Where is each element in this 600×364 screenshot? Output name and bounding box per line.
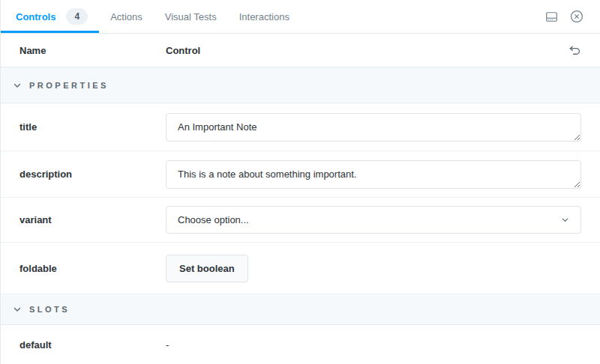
reset-controls-button[interactable] — [568, 43, 581, 57]
controls-count-badge: 4 — [66, 8, 88, 25]
table-row-title: title An Important Note — [1, 103, 600, 151]
panel-position-button[interactable] — [544, 10, 558, 23]
close-panel-button[interactable] — [570, 10, 584, 23]
tab-actions-label: Actions — [110, 11, 142, 22]
arg-name-title: title — [1, 121, 166, 133]
arg-name-description: description — [1, 169, 166, 180]
variant-select-placeholder: Choose option... — [178, 214, 249, 225]
tab-controls[interactable]: Controls 4 — [1, 0, 99, 33]
chevron-down-icon — [13, 305, 22, 314]
tab-visual-tests[interactable]: Visual Tests — [154, 0, 228, 33]
section-slots-label: SLOTS — [29, 305, 70, 314]
close-icon — [570, 10, 584, 23]
chevron-down-icon — [13, 81, 22, 90]
name-column-header: Name — [1, 45, 166, 56]
args-table-header: Name Control — [1, 34, 600, 67]
tabbar-spacer — [301, 0, 544, 33]
tab-controls-label: Controls — [16, 11, 56, 22]
addon-tabbar: Controls 4 Actions Visual Tests Interact… — [1, 0, 600, 34]
variant-select[interactable]: Choose option... — [166, 206, 581, 234]
section-properties-label: PROPERTIES — [29, 81, 109, 90]
default-slot-value: - — [166, 339, 169, 351]
tabbar-icons — [544, 0, 600, 33]
table-row-default: default - — [1, 325, 600, 364]
control-column-header: Control — [166, 45, 200, 56]
set-boolean-button[interactable]: Set boolean — [166, 255, 248, 282]
description-input[interactable]: This is a note about something important… — [166, 160, 581, 189]
table-row-foldable: foldable Set boolean — [1, 243, 600, 294]
undo-icon — [568, 44, 580, 56]
arg-name-default: default — [1, 339, 166, 351]
chevron-down-icon — [561, 216, 569, 224]
table-row-description: description This is a note about somethi… — [1, 151, 600, 198]
tab-list: Controls 4 Actions Visual Tests Interact… — [1, 0, 301, 33]
section-properties[interactable]: PROPERTIES — [1, 67, 600, 103]
title-input[interactable]: An Important Note — [166, 113, 581, 142]
tab-interactions[interactable]: Interactions — [228, 0, 301, 33]
tab-interactions-label: Interactions — [239, 11, 290, 22]
arg-name-variant: variant — [1, 214, 166, 225]
section-slots[interactable]: SLOTS — [1, 294, 600, 325]
tab-visual-tests-label: Visual Tests — [165, 11, 217, 22]
tab-actions[interactable]: Actions — [99, 0, 154, 33]
table-row-variant: variant Choose option... — [1, 198, 600, 243]
panel-position-bottom-icon — [545, 10, 558, 23]
arg-name-foldable: foldable — [1, 263, 166, 274]
